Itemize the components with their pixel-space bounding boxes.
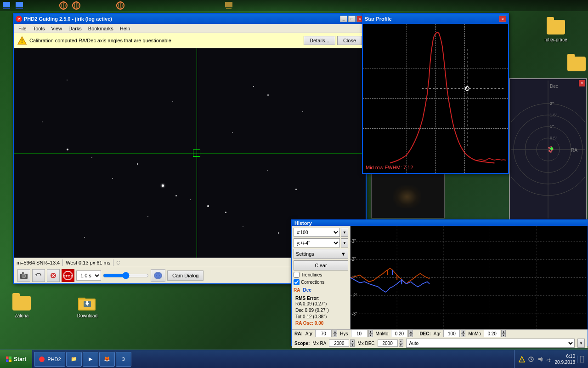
dec-agr-down[interactable]: ▼ xyxy=(461,334,465,337)
svg-text:2'': 2'' xyxy=(352,257,356,262)
trendlines-checkbox[interactable] xyxy=(294,272,300,278)
svg-text:STOP: STOP xyxy=(63,274,73,278)
exposure-slider[interactable] xyxy=(103,272,149,279)
tray-icon-volume[interactable] xyxy=(537,356,544,363)
system-clock: 6:10 20.9.2018 xyxy=(555,353,576,365)
rms-osc: RA Osc: 0.00 xyxy=(295,320,346,327)
taskbar-item-media[interactable]: ▶ xyxy=(83,352,98,367)
mx-ra-down[interactable]: ▼ xyxy=(350,343,355,347)
brain-button[interactable] xyxy=(151,269,165,282)
params-row-2: Scope: Mx RA ▲ ▼ Mx DEC ▲ ▼ xyxy=(294,339,585,348)
x-axis-select[interactable]: x:100 xyxy=(294,228,340,237)
mx-ra-spinner: ▲ ▼ xyxy=(350,339,355,347)
close-alert-button[interactable]: Close xyxy=(337,36,362,45)
mx-ra-input[interactable] xyxy=(329,339,349,347)
auto-select[interactable]: Auto xyxy=(406,339,575,348)
mnmo-input[interactable] xyxy=(391,330,407,337)
mx-dec-input[interactable] xyxy=(378,339,398,347)
start-button[interactable]: Start xyxy=(0,350,32,368)
mnmo-down[interactable]: ▼ xyxy=(408,334,413,337)
desktop-icon-zaloha[interactable]: Záloha xyxy=(6,292,38,320)
dec-mnmo-spinner: ▲ ▼ xyxy=(501,330,506,337)
find-star-button[interactable] xyxy=(47,269,60,282)
top-icon-1[interactable] xyxy=(2,1,11,10)
hys-down[interactable]: ▼ xyxy=(368,334,373,337)
auto-arrow[interactable]: ▼ xyxy=(577,339,585,348)
camera-button[interactable] xyxy=(17,269,30,282)
star xyxy=(112,178,113,179)
dec-agr-up[interactable]: ▲ xyxy=(461,330,465,334)
menu-bookmarks[interactable]: Bookmarks xyxy=(85,25,116,32)
minimize-button[interactable]: _ xyxy=(340,16,347,22)
taskbar-browser-icon: 🦊 xyxy=(103,356,111,363)
settings-button[interactable]: Settings ▼ xyxy=(294,249,348,259)
taskbar-item-folder[interactable]: 📁 xyxy=(66,352,82,367)
menu-file[interactable]: File xyxy=(16,25,29,32)
desktop-icon-download[interactable]: Download xyxy=(71,292,103,320)
tray-icon-2[interactable] xyxy=(527,356,535,363)
clear-button[interactable]: Clear xyxy=(294,260,348,270)
desktop-icon-fotky[interactable]: fotky-práce xyxy=(540,16,572,44)
top-icon-5[interactable] xyxy=(116,1,125,10)
menu-darks[interactable]: Darks xyxy=(66,25,85,32)
agr-input[interactable] xyxy=(315,330,332,337)
dec-mnmo-down[interactable]: ▼ xyxy=(501,334,506,337)
mx-dec-spinner: ▲ ▼ xyxy=(399,339,403,347)
taskbar-item-browser[interactable]: 🦊 xyxy=(99,352,115,367)
details-button[interactable]: Details... xyxy=(304,36,335,45)
mx-ra-input-group: ▲ ▼ xyxy=(329,339,355,347)
svg-marker-29 xyxy=(35,274,37,276)
top-icon-6[interactable] xyxy=(224,1,233,10)
taskbar-folder-icon: 📁 xyxy=(70,356,78,363)
star-profile-titlebar: Star Profile × xyxy=(363,14,508,24)
mx-dec-down[interactable]: ▼ xyxy=(399,343,403,347)
top-icon-3[interactable] xyxy=(59,1,68,10)
rms-dec: Dec 0.09 (0.27'') xyxy=(295,307,346,314)
svg-rect-28 xyxy=(22,272,24,274)
folder-icon-fotky xyxy=(547,18,565,36)
show-desktop-button[interactable] xyxy=(577,356,584,363)
x-axis-arrow[interactable]: ▼ xyxy=(341,228,348,237)
star-profile-close-button[interactable]: × xyxy=(499,16,506,22)
hys-input[interactable] xyxy=(351,330,368,337)
y-axis-select[interactable]: y:+/-4'' xyxy=(294,238,340,247)
menu-help[interactable]: Help xyxy=(117,25,133,32)
svg-text:2'': 2'' xyxy=(550,101,554,106)
mx-ra-up[interactable]: ▲ xyxy=(350,339,355,343)
rms-title: RMS Error: xyxy=(295,296,346,301)
top-icon-2[interactable] xyxy=(15,1,24,10)
dec-agr-input[interactable] xyxy=(443,330,460,337)
agr-up[interactable]: ▲ xyxy=(333,330,337,334)
stop-button[interactable]: STOP xyxy=(62,269,74,282)
menu-view[interactable]: View xyxy=(48,25,65,32)
svg-point-56 xyxy=(550,151,552,153)
cam-dialog-button[interactable]: Cam Dialog xyxy=(167,270,204,281)
clock-time: 6:10 xyxy=(555,353,576,359)
star xyxy=(67,80,68,80)
menu-tools[interactable]: Tools xyxy=(30,25,48,32)
taskbar-item-phd2[interactable]: PHD2 xyxy=(34,352,65,367)
y-axis-arrow[interactable]: ▼ xyxy=(341,238,348,247)
star-profile-title: Star Profile xyxy=(365,16,392,22)
top-icon-4[interactable] xyxy=(72,1,81,10)
agr-down[interactable]: ▼ xyxy=(333,334,337,337)
mnmo-up[interactable]: ▲ xyxy=(408,330,413,334)
guide-h-line xyxy=(14,153,366,153)
hys-up[interactable]: ▲ xyxy=(368,330,373,334)
dec-mnmo-input[interactable] xyxy=(484,330,500,337)
tray-icon-1[interactable]: ! xyxy=(518,356,526,363)
desktop-icon-2[interactable] xyxy=(560,53,588,76)
mx-dec-up[interactable]: ▲ xyxy=(399,339,403,343)
taskbar-item-5[interactable]: ⊙ xyxy=(116,352,131,367)
restore-button[interactable]: □ xyxy=(348,16,356,22)
corrections-checkbox[interactable] xyxy=(294,279,300,285)
taskbar: Start PHD2 📁 ▶ 🦊 ⊙ ! xyxy=(0,350,588,368)
tray-icon-network[interactable] xyxy=(546,356,553,363)
history-body: x:100 ▼ y:+/-4'' ▼ Settings ▼ Clear xyxy=(292,226,588,329)
corrections-row: Corrections xyxy=(294,279,348,285)
exposure-select[interactable]: 1.0 s 0.5 s 2.0 s xyxy=(76,270,101,281)
svg-text:1.5'': 1.5'' xyxy=(550,113,557,117)
dec-mnmo-up[interactable]: ▲ xyxy=(501,330,506,334)
loop-button[interactable] xyxy=(32,269,45,282)
drift-close-button[interactable]: × xyxy=(579,80,585,86)
